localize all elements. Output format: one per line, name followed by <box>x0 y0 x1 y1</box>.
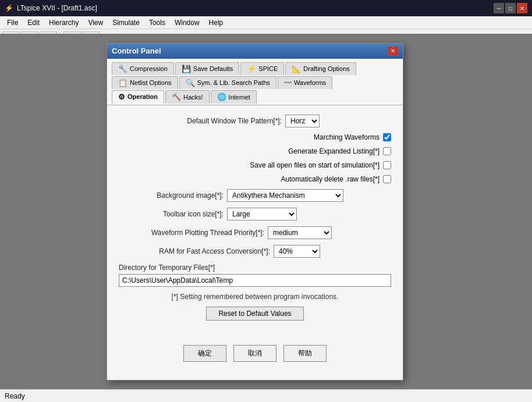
dir-temp-input[interactable]: C:\Users\User\AppData\Local\Temp <box>119 274 391 287</box>
tab-compression-label: Compression <box>130 65 168 72</box>
minimize-button[interactable]: ─ <box>494 3 504 13</box>
auto-delete-checkbox[interactable] <box>383 175 391 183</box>
dialog-title: Control Panel <box>112 47 161 55</box>
marching-waveforms-row: Marching Waveforms <box>119 133 391 141</box>
tab-netlist-label: Netlist Options <box>130 79 172 86</box>
app-title: LTspice XVII - [Draft1.asc] <box>17 4 97 12</box>
background-image-label: Background image[*]: <box>119 191 224 200</box>
ram-fast-control: 20% 30% 40% 50% 60% <box>274 245 320 258</box>
netlist-icon: 📋 <box>118 79 127 87</box>
tabs-row-3: ⚙ Operation 🔨 Hacks! 🌐 Internet <box>112 90 398 104</box>
dir-temp-section: Directory for Temporary Files[*] C:\User… <box>119 264 391 287</box>
generate-expanded-checkbox[interactable] <box>383 147 391 155</box>
dialog-actions: 确定 取消 帮助 <box>107 339 403 371</box>
dir-temp-label: Directory for Temporary Files[*] <box>119 264 391 272</box>
help-button[interactable]: 帮助 <box>283 345 327 362</box>
menu-help[interactable]: Help <box>204 17 228 28</box>
sym-lib-icon: 🔍 <box>186 79 195 87</box>
window-tile-control: Horz Vert None <box>285 115 320 127</box>
tabs-row-2: 📋 Netlist Options 🔍 Sym. & Lib. Search P… <box>112 76 398 89</box>
tab-drafting-label: Drafting Options <box>303 65 349 72</box>
marching-waveforms-checkbox[interactable] <box>383 133 391 141</box>
save-open-files-checkbox[interactable] <box>383 161 391 169</box>
tab-sym-lib-label: Sym. & Lib. Search Paths <box>197 79 270 86</box>
tab-internet[interactable]: 🌐 Internet <box>211 90 257 104</box>
tab-save-defaults-label: Save Defaults <box>193 65 233 72</box>
waveform-thread-control: low medium high highest <box>268 226 332 239</box>
tab-compression[interactable]: 🔧 Compression <box>112 62 174 75</box>
menu-simulate[interactable]: Simulate <box>108 17 144 28</box>
waveform-thread-row: Waveform Plotting Thread Priority[*]: lo… <box>119 226 391 239</box>
dialog-title-bar: Control Panel ✕ <box>107 44 403 59</box>
menu-edit[interactable]: Edit <box>23 17 44 28</box>
tab-hacks[interactable]: 🔨 Hacks! <box>165 90 210 104</box>
cancel-button[interactable]: 取消 <box>233 345 276 362</box>
status-text: Ready <box>5 392 25 400</box>
control-panel-dialog: Control Panel ✕ 🔧 Compression 💾 Save Def… <box>107 43 403 380</box>
settings-note: [*] Setting remembered between program i… <box>119 293 391 301</box>
app-close-button[interactable]: ✕ <box>517 3 527 13</box>
save-open-files-label: Save all open files on start of simulati… <box>250 161 380 169</box>
dialog-content: Default Window Tile Pattern[*]: Horz Ver… <box>107 105 403 339</box>
window-tile-label: Default Window Tile Pattern[*]: <box>119 117 282 125</box>
tab-sym-lib[interactable]: 🔍 Sym. & Lib. Search Paths <box>179 76 276 89</box>
compression-icon: 🔧 <box>118 65 127 73</box>
window-tile-row: Default Window Tile Pattern[*]: Horz Ver… <box>119 115 391 127</box>
tab-spice-label: SPICE <box>258 65 278 72</box>
menu-tools[interactable]: Tools <box>144 17 170 28</box>
spice-icon: ⚡ <box>247 65 256 73</box>
tab-waveforms[interactable]: 〰 Waveforms <box>278 76 332 89</box>
title-bar-left: ⚡ LTspice XVII - [Draft1.asc] <box>5 4 97 12</box>
generate-expanded-label: Generate Expanded Listing[*] <box>288 147 380 155</box>
marching-waveforms-label: Marching Waveforms <box>314 133 380 141</box>
internet-icon: 🌐 <box>217 93 226 101</box>
auto-delete-row: Automatically delete .raw files[*] <box>119 175 391 183</box>
toolbar-icon-size-label: Toolbar icon size[*]: <box>119 210 224 218</box>
menu-view[interactable]: View <box>83 17 108 28</box>
save-open-files-row: Save all open files on start of simulati… <box>119 161 391 169</box>
status-bar: Ready <box>0 389 532 402</box>
tab-internet-label: Internet <box>229 94 250 101</box>
tab-spice[interactable]: ⚡ SPICE <box>240 62 284 75</box>
menu-file[interactable]: File <box>2 17 23 28</box>
background-image-select[interactable]: Antikythera Mechanism None Custom <box>227 189 343 202</box>
save-defaults-icon: 💾 <box>182 65 191 73</box>
menu-window[interactable]: Window <box>170 17 204 28</box>
ok-button[interactable]: 确定 <box>183 345 226 362</box>
title-bar-controls: ─ □ ✕ <box>494 3 527 13</box>
hacks-icon: 🔨 <box>172 93 181 101</box>
toolbar-icon-size-control: Large Medium Small <box>227 208 297 220</box>
tabs-row-1: 🔧 Compression 💾 Save Defaults ⚡ SPICE 📐 … <box>112 62 398 75</box>
app-icon: ⚡ <box>5 4 13 12</box>
ram-fast-label: RAM for Fast Access Conversion[*]: <box>119 247 270 255</box>
waveform-thread-select[interactable]: low medium high highest <box>268 226 332 239</box>
menu-bar: File Edit Hierarchy View Simulate Tools … <box>0 16 532 29</box>
auto-delete-label: Automatically delete .raw files[*] <box>281 175 380 183</box>
window-tile-select[interactable]: Horz Vert None <box>285 115 320 127</box>
ram-fast-row: RAM for Fast Access Conversion[*]: 20% 3… <box>119 245 391 258</box>
tabs-container: 🔧 Compression 💾 Save Defaults ⚡ SPICE 📐 … <box>107 59 403 105</box>
toolbar-icon-size-select[interactable]: Large Medium Small <box>227 208 297 220</box>
dialog-overlay: Control Panel ✕ 🔧 Compression 💾 Save Def… <box>0 34 510 389</box>
toolbar-icon-size-row: Toolbar icon size[*]: Large Medium Small <box>119 208 391 220</box>
waveform-thread-label: Waveform Plotting Thread Priority[*]: <box>119 229 264 237</box>
menu-hierarchy[interactable]: Hierarchy <box>44 17 83 28</box>
operation-icon: ⚙ <box>118 93 125 101</box>
tab-drafting-options[interactable]: 📐 Drafting Options <box>285 62 356 75</box>
tab-hacks-label: Hacks! <box>183 94 203 101</box>
background-image-control: Antikythera Mechanism None Custom <box>227 189 343 202</box>
maximize-button[interactable]: □ <box>505 3 516 13</box>
background-image-row: Background image[*]: Antikythera Mechani… <box>119 189 391 202</box>
generate-expanded-row: Generate Expanded Listing[*] <box>119 147 391 155</box>
tab-waveforms-label: Waveforms <box>294 79 326 86</box>
drafting-icon: 📐 <box>292 65 301 73</box>
title-bar: ⚡ LTspice XVII - [Draft1.asc] ─ □ ✕ <box>0 0 532 16</box>
reset-button[interactable]: Reset to Default Values <box>206 307 303 321</box>
tab-save-defaults[interactable]: 💾 Save Defaults <box>175 62 239 75</box>
waveforms-icon: 〰 <box>284 79 292 87</box>
tab-operation[interactable]: ⚙ Operation <box>112 90 164 104</box>
dialog-close-button[interactable]: ✕ <box>388 47 398 56</box>
tab-netlist-options[interactable]: 📋 Netlist Options <box>112 76 178 89</box>
ram-fast-select[interactable]: 20% 30% 40% 50% 60% <box>274 245 320 258</box>
tab-operation-label: Operation <box>127 93 158 100</box>
